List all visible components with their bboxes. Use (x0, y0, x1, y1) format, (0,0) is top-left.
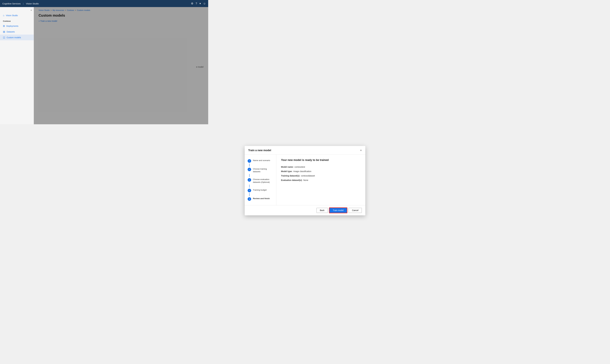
collapse-sidebar-button[interactable]: « (31, 9, 32, 12)
home-icon: ⌂ (3, 14, 4, 17)
chevron-down-icon[interactable]: ▾ (199, 2, 201, 5)
sidebar-collapse: « (0, 9, 34, 13)
page-layout: « ⌂ Vision Studio Contoso ⊞ Deployments … (0, 7, 208, 124)
sidebar-label-vision-studio: Vision Studio (6, 14, 18, 17)
brand-label: Cognitive Services (2, 2, 21, 5)
modal-overlay (34, 7, 208, 124)
settings-icon[interactable]: ⚙ (191, 2, 193, 5)
user-icon[interactable]: ☺ (203, 2, 206, 5)
product-label: Vision Studio (26, 2, 39, 5)
sidebar-label-deployments: Deployments (6, 25, 18, 27)
sidebar-item-custom-models[interactable]: ◫ Custom models (0, 35, 34, 40)
main-content: Vision Studio > My resources > Contoso >… (34, 7, 208, 124)
topbar: Cognitive Services | Vision Studio ⚙ ? ▾… (0, 0, 208, 7)
sidebar: « ⌂ Vision Studio Contoso ⊞ Deployments … (0, 7, 34, 124)
help-icon[interactable]: ? (196, 2, 197, 5)
sidebar-item-vision-studio[interactable]: ⌂ Vision Studio (0, 13, 34, 18)
datasets-icon: ▤ (3, 30, 5, 33)
deployments-icon: ⊞ (3, 25, 5, 27)
sidebar-item-datasets[interactable]: ▤ Datasets (0, 29, 34, 35)
topbar-left: Cognitive Services | Vision Studio (2, 2, 39, 5)
custom-models-icon: ◫ (3, 36, 5, 39)
sidebar-label-datasets: Datasets (7, 31, 15, 33)
topbar-divider: | (23, 2, 24, 5)
sidebar-section-contoso: Contoso (0, 18, 34, 23)
sidebar-item-deployments[interactable]: ⊞ Deployments (0, 23, 34, 29)
sidebar-label-custom-models: Custom models (7, 36, 21, 39)
topbar-right: ⚙ ? ▾ ☺ (191, 2, 206, 5)
